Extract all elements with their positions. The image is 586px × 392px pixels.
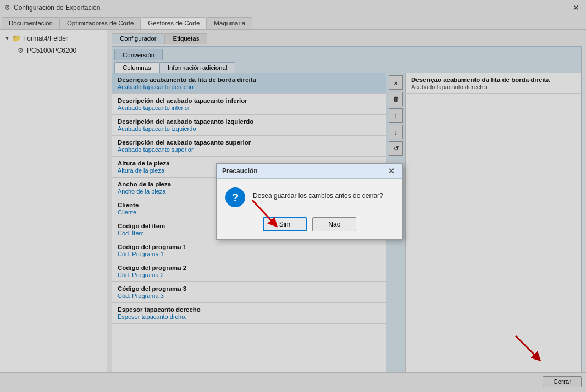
nao-button[interactable]: Não: [312, 217, 356, 231]
modal-close-button[interactable]: ✕: [386, 167, 397, 175]
modal-title: Precaución: [222, 167, 258, 175]
arrow-sim: [244, 197, 288, 230]
svg-line-3: [252, 200, 274, 224]
question-icon: ?: [225, 187, 245, 207]
modal-title-bar: Precaución ✕: [217, 164, 402, 179]
modal-dialog: Precaución ✕ ? Desea guardar los cambios…: [216, 163, 403, 240]
modal-overlay: Precaución ✕ ? Desea guardar los cambios…: [0, 0, 586, 392]
